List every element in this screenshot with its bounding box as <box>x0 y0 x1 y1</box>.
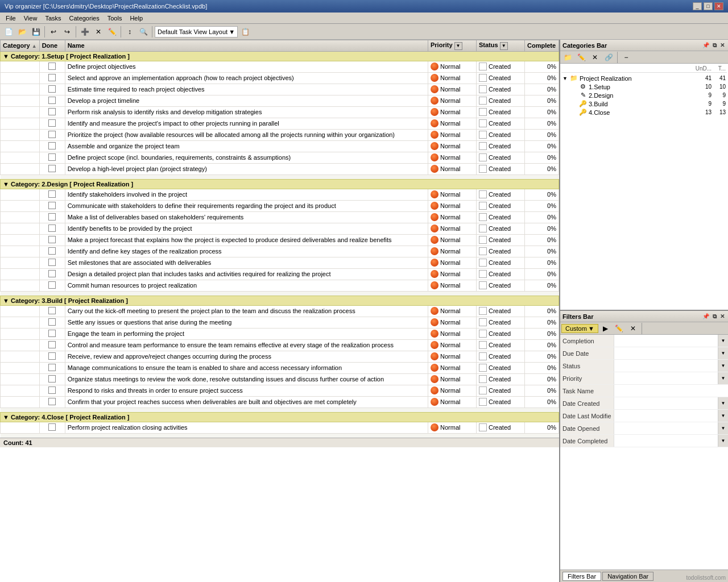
menu-help[interactable]: Help <box>126 14 146 22</box>
task-done-cell[interactable] <box>39 189 65 200</box>
filter-arrow[interactable]: ▼ <box>718 372 728 384</box>
filter-input[interactable] <box>614 397 718 409</box>
col-header-category[interactable]: Category ▲ <box>1 40 40 52</box>
task-done-cell[interactable] <box>39 211 65 223</box>
categories-content[interactable]: UnD... T... ▼ 📁 Project Realization 41 4… <box>560 64 728 310</box>
task-checkbox[interactable] <box>48 108 56 115</box>
task-done-cell[interactable] <box>39 72 65 84</box>
table-row[interactable]: Make a project forecast that explains ho… <box>1 234 559 246</box>
task-checkbox[interactable] <box>48 364 56 371</box>
table-row[interactable]: Identify stakeholders involved in the pr… <box>1 189 559 200</box>
cat-expand-icon[interactable]: ▼ <box>562 76 569 81</box>
task-checkbox[interactable] <box>48 318 56 326</box>
toolbar-open-btn[interactable]: 📂 <box>16 26 28 38</box>
task-panel[interactable]: Category ▲ Done Name Priority ▼ Status ▼ <box>0 40 560 582</box>
task-checkbox[interactable] <box>48 247 56 255</box>
table-row[interactable]: Respond to risks and threats in order to… <box>1 385 559 396</box>
table-row[interactable]: Commit human resources to project realiz… <box>1 280 559 291</box>
cat-tree-item[interactable]: 🔑 4.Close 13 13 <box>561 108 727 117</box>
task-checkbox[interactable] <box>48 74 56 81</box>
category-header-cell[interactable]: ▼ Category: 4.Close [ Project Realizatio… <box>1 412 559 422</box>
tab-filters-bar[interactable]: Filters Bar <box>562 572 601 581</box>
table-row[interactable]: Identify benefits to be provided by the … <box>1 223 559 234</box>
task-done-cell[interactable] <box>39 339 65 351</box>
minimize-button[interactable]: _ <box>693 2 702 10</box>
table-row[interactable]: Identify and measure the project's impac… <box>1 118 559 129</box>
filter-arrow[interactable]: ▼ <box>718 360 728 372</box>
task-checkbox[interactable] <box>48 202 56 209</box>
task-checkbox[interactable] <box>48 341 56 348</box>
status-arrow[interactable]: ▼ <box>500 42 508 50</box>
task-done-cell[interactable] <box>39 328 65 339</box>
task-done-cell[interactable] <box>39 106 65 118</box>
table-row[interactable]: Organize status meetings to review the w… <box>1 373 559 385</box>
filter-arrow[interactable]: ▼ <box>718 410 728 422</box>
task-checkbox[interactable] <box>48 63 56 70</box>
cat-delete-btn[interactable]: ✕ <box>589 51 601 64</box>
menu-tasks[interactable]: Tasks <box>42 14 64 22</box>
table-row[interactable]: Communicate with stakeholders to define … <box>1 200 559 211</box>
task-checkbox[interactable] <box>48 213 56 221</box>
toolbar-new-btn[interactable]: 📄 <box>2 26 15 38</box>
toolbar-redo-btn[interactable]: ↪ <box>61 26 73 38</box>
table-row[interactable]: Estimate time required to reach project … <box>1 84 559 95</box>
filter-arrow[interactable]: ▼ <box>718 347 728 359</box>
priority-arrow[interactable]: ▼ <box>454 42 462 50</box>
cat-link-btn[interactable]: 🔗 <box>602 51 615 64</box>
cat-add-btn[interactable]: 📁 <box>561 51 574 64</box>
table-row[interactable]: Set milestones that are associated with … <box>1 257 559 268</box>
task-checkbox[interactable] <box>48 165 56 172</box>
filter-input[interactable] <box>614 347 718 359</box>
filter-arrow[interactable]: ▼ <box>718 435 728 447</box>
table-row[interactable]: Receive, review and approve/reject chang… <box>1 351 559 362</box>
filter-arrow[interactable]: ▼ <box>718 397 728 409</box>
task-done-cell[interactable] <box>39 362 65 373</box>
table-row[interactable]: Engage the team in performing the projec… <box>1 328 559 339</box>
task-done-cell[interactable] <box>39 305 65 317</box>
cat-edit-btn[interactable]: ✏️ <box>575 51 588 64</box>
table-row[interactable]: Design a detailed project plan that incl… <box>1 268 559 280</box>
menu-categories[interactable]: Categories <box>66 14 103 22</box>
table-row[interactable]: Perform project realization closing acti… <box>1 422 559 433</box>
filter-clear-btn[interactable]: ✕ <box>627 322 639 335</box>
filter-panel-close-btn[interactable]: ✕ <box>719 313 726 320</box>
category-header-cell[interactable]: ▼ Category: 2.Design [ Project Realizati… <box>1 179 559 189</box>
task-done-cell[interactable] <box>39 268 65 280</box>
task-checkbox[interactable] <box>48 352 56 360</box>
task-done-cell[interactable] <box>39 422 65 433</box>
task-done-cell[interactable] <box>39 396 65 408</box>
filter-preset-dropdown[interactable]: Custom ▼ <box>561 324 598 333</box>
col-header-done[interactable]: Done <box>39 40 65 52</box>
table-row[interactable]: Make a list of deliverables based on sta… <box>1 211 559 223</box>
task-done-cell[interactable] <box>39 200 65 211</box>
cat-collapse-btn[interactable]: − <box>620 51 632 64</box>
task-done-cell[interactable] <box>39 61 65 72</box>
tab-navigation-bar[interactable]: Navigation Bar <box>602 572 653 581</box>
category-header-cell[interactable]: ▼ Category: 3.Build [ Project Realizatio… <box>1 296 559 305</box>
menu-view[interactable]: View <box>20 14 41 22</box>
table-row[interactable]: Perform risk analysis to identify risks … <box>1 106 559 118</box>
table-row[interactable]: Assemble and organize the project team N… <box>1 140 559 152</box>
cat-panel-pin-btn[interactable]: 📌 <box>701 42 710 49</box>
cat-tree-item[interactable]: 🔑 3.Build 9 9 <box>561 99 727 108</box>
toolbar-undo-btn[interactable]: ↩ <box>47 26 60 38</box>
task-checkbox[interactable] <box>48 190 56 198</box>
task-done-cell[interactable] <box>39 129 65 140</box>
task-done-cell[interactable] <box>39 385 65 396</box>
task-checkbox[interactable] <box>48 307 56 314</box>
table-row[interactable]: Control and measure team performance to … <box>1 339 559 351</box>
maximize-button[interactable]: □ <box>704 2 713 10</box>
table-row[interactable]: Select and approve an implementation app… <box>1 72 559 84</box>
cat-tree-item[interactable]: ✎ 2.Design 9 9 <box>561 91 727 99</box>
col-header-name[interactable]: Name <box>65 40 428 52</box>
task-checkbox[interactable] <box>48 85 56 93</box>
task-done-cell[interactable] <box>39 140 65 152</box>
task-checkbox[interactable] <box>48 330 56 337</box>
task-done-cell[interactable] <box>39 257 65 268</box>
task-done-cell[interactable] <box>39 246 65 257</box>
task-done-cell[interactable] <box>39 280 65 291</box>
task-checkbox[interactable] <box>48 131 56 138</box>
toolbar-save-btn[interactable]: 💾 <box>30 26 42 38</box>
task-checkbox[interactable] <box>48 281 56 289</box>
task-done-cell[interactable] <box>39 317 65 328</box>
